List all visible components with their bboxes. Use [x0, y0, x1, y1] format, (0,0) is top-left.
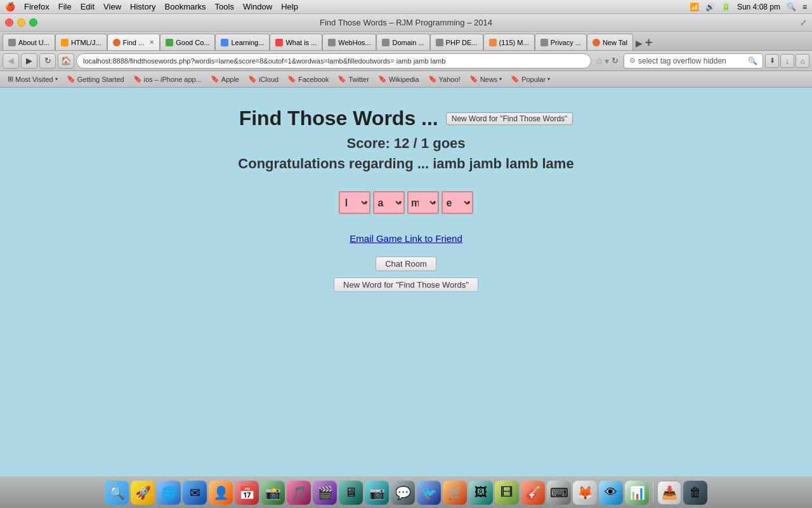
bookmark-wikipedia[interactable]: 🔖 Wikipedia: [374, 74, 423, 84]
bookmark-apple[interactable]: 🔖 Apple: [207, 74, 243, 84]
tab-what[interactable]: What is ...: [270, 34, 322, 50]
dock-imovie[interactable]: 🎞: [495, 481, 519, 505]
twitter-icon: 🔖: [337, 75, 346, 83]
letter-select-2[interactable]: a b c d e f g h i j k l m n o p: [373, 191, 405, 214]
bookmark-twitter[interactable]: 🔖 Twitter: [334, 74, 372, 84]
list-icon[interactable]: ≡: [802, 3, 807, 11]
dock-calendar[interactable]: 📅: [235, 481, 259, 505]
dock-contacts[interactable]: 👤: [209, 481, 233, 505]
tab-mail[interactable]: (115) M...: [483, 34, 535, 50]
bookmark-getting-started[interactable]: 🔖 Getting Started: [63, 74, 128, 84]
minimize-button[interactable]: [17, 18, 25, 27]
new-word-top-button[interactable]: New Word for "Find Those Words": [446, 112, 573, 125]
tab-html[interactable]: HTML/J...: [55, 34, 107, 50]
tab-find[interactable]: Find ... ✕: [107, 34, 160, 50]
dock-finder[interactable]: 🔍: [105, 481, 129, 505]
dock-downloads[interactable]: 📥: [657, 481, 681, 505]
bookmark-down-icon[interactable]: ▾: [605, 56, 609, 66]
letter-dropdown-2[interactable]: a b c d e f g h i j k l m n o p: [373, 191, 405, 214]
menu-help[interactable]: Help: [281, 2, 298, 11]
dock-iphoto[interactable]: 🖼: [469, 481, 493, 505]
dock-garage[interactable]: 🎸: [521, 481, 545, 505]
letter-select-3[interactable]: m a b c d e f g h i j k l n o p: [407, 191, 439, 214]
search-magnify-icon[interactable]: 🔍: [748, 57, 757, 65]
chat-room-button[interactable]: Chat Room: [376, 257, 436, 271]
apple-bm-icon: 🔖: [211, 75, 219, 83]
tab-privacy[interactable]: Privacy ...: [535, 34, 587, 50]
dock-firefox[interactable]: 🦊: [573, 481, 597, 505]
home-icon: 🏠: [61, 56, 71, 65]
forward-button[interactable]: ▶: [21, 53, 37, 69]
tab-new[interactable]: New Tal: [587, 34, 633, 50]
tab-webhos[interactable]: WebHos...: [322, 34, 376, 50]
dock-screen-share[interactable]: 🖥: [339, 481, 363, 505]
nav-reload-icon[interactable]: ↻: [612, 56, 619, 66]
letter-row: l a b c d e f g h i j k m n o p a b: [339, 191, 473, 214]
bookmark-yahoo[interactable]: 🔖 Yahoo!: [424, 74, 464, 84]
letter-select-1[interactable]: l a b c d e f g h i j k m n o p: [339, 191, 370, 214]
search-bar[interactable]: ⚙ select tag overflow hidden 🔍: [624, 53, 763, 69]
menu-firefox[interactable]: Firefox: [24, 2, 49, 11]
dock-numbers[interactable]: 📊: [625, 481, 649, 505]
news-arrow: ▾: [499, 76, 502, 82]
dock-photos[interactable]: 📸: [261, 481, 285, 505]
tab-good[interactable]: Good Co...: [160, 34, 215, 50]
letter-select-4[interactable]: e a b c d f g h i j k l m n o p: [442, 191, 473, 214]
apple-menu[interactable]: 🍎: [5, 2, 15, 11]
dock-preview[interactable]: 👁: [599, 481, 623, 505]
new-tab-button[interactable]: +: [645, 36, 653, 50]
new-word-bottom-button[interactable]: New Word for "Find Those Words": [334, 277, 478, 292]
dock-terminal[interactable]: ⌨: [547, 481, 571, 505]
bookmark-most-visited[interactable]: ⊞ Most Visited ▾: [4, 74, 62, 84]
bookmark-ios[interactable]: 🔖 ios – iPhone app...: [129, 74, 206, 84]
dock-launchpad[interactable]: 🚀: [131, 481, 155, 505]
fullscreen-icon[interactable]: ⤢: [800, 18, 807, 27]
tab-about[interactable]: About U...: [3, 34, 55, 50]
letter-dropdown-3[interactable]: m a b c d e f g h i j k l n o p: [407, 191, 439, 214]
downloads-button[interactable]: ⬇: [765, 54, 779, 68]
menu-tools[interactable]: Tools: [215, 2, 234, 11]
search-menubar-icon[interactable]: 🔍: [787, 3, 796, 11]
tab-domain[interactable]: Domain ...: [376, 34, 429, 50]
tab-php[interactable]: PHP DE...: [430, 34, 483, 50]
letter-dropdown-4[interactable]: e a b c d f g h i j k l m n o p: [442, 191, 473, 214]
dock-messages[interactable]: 💬: [391, 481, 415, 505]
menu-edit[interactable]: Edit: [81, 2, 95, 11]
bookmark-news[interactable]: 🔖 News ▾: [466, 74, 506, 84]
bookmark-icloud[interactable]: 🔖 iCloud: [244, 74, 282, 84]
dock-safari[interactable]: 🌐: [157, 481, 181, 505]
nav-extra-btn-2[interactable]: ↓: [780, 54, 794, 68]
dock-mail[interactable]: ✉: [183, 481, 207, 505]
menu-bookmarks[interactable]: Bookmarks: [165, 2, 206, 11]
bookmarks-bar: ⊞ Most Visited ▾ 🔖 Getting Started 🔖 ios…: [0, 71, 812, 88]
menu-history[interactable]: History: [130, 2, 155, 11]
dock-facetime[interactable]: 📷: [365, 481, 389, 505]
home-nav-icon[interactable]: ⌂: [796, 54, 809, 68]
tab-learning[interactable]: Learning...: [215, 34, 270, 50]
dock-twitter[interactable]: 🐦: [417, 481, 441, 505]
email-game-link[interactable]: Email Game Link to Friend: [350, 233, 462, 244]
url-bar[interactable]: localhost:8888/findthosewords.php?wordis…: [76, 53, 591, 69]
reload-icon: ↻: [44, 56, 51, 65]
reload-button[interactable]: ↻: [39, 53, 56, 69]
tab-close-icon[interactable]: ✕: [149, 39, 154, 46]
maximize-button[interactable]: [29, 18, 37, 27]
dock-appstore[interactable]: 🛒: [443, 481, 467, 505]
menu-window[interactable]: Window: [243, 2, 272, 11]
tab-scroll-right[interactable]: ▶: [636, 38, 643, 48]
ios-icon: 🔖: [133, 75, 142, 83]
menu-view[interactable]: View: [103, 2, 121, 11]
window-title: Find Those Words – RJM Programming – 201…: [320, 18, 492, 27]
home-button[interactable]: 🏠: [58, 53, 74, 69]
tab-bar: About U... HTML/J... Find ... ✕ Good Co.…: [0, 32, 812, 51]
back-button[interactable]: ◀: [3, 53, 19, 69]
bookmark-star-icon[interactable]: ☆: [595, 56, 603, 66]
dock-trash[interactable]: 🗑: [683, 481, 707, 505]
dock-dvd[interactable]: 🎬: [313, 481, 337, 505]
close-button[interactable]: [5, 18, 13, 27]
bookmark-popular[interactable]: 🔖 Popular ▾: [507, 74, 554, 84]
letter-dropdown-1[interactable]: l a b c d e f g h i j k m n o p: [339, 191, 370, 214]
menu-file[interactable]: File: [58, 2, 72, 11]
bookmark-facebook[interactable]: 🔖 Facebook: [284, 74, 332, 84]
dock-itunes[interactable]: 🎵: [287, 481, 311, 505]
